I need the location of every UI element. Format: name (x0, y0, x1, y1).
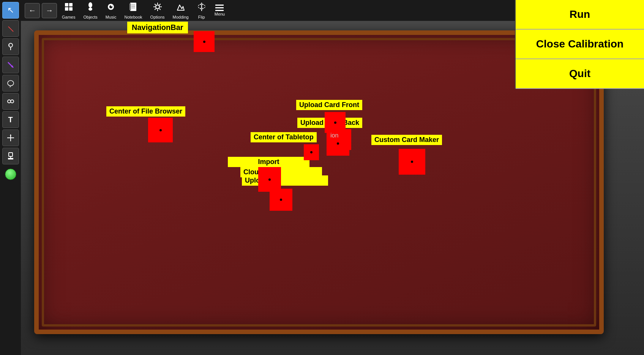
text-tool[interactable]: T (2, 111, 19, 128)
svg-point-6 (11, 100, 14, 103)
nav-games-label: Games (62, 15, 75, 19)
red-square-navbar[interactable] (194, 31, 215, 52)
games-icon (64, 2, 74, 14)
calibration-panel: Run Close Calibration Quit (515, 0, 644, 89)
flip-icon (197, 2, 207, 14)
nav-games[interactable]: Games (59, 0, 78, 21)
svg-point-5 (8, 100, 11, 103)
nav-objects[interactable]: Objects (80, 0, 100, 21)
pin-tool[interactable] (2, 38, 19, 55)
svg-rect-16 (65, 7, 68, 11)
svg-rect-15 (69, 3, 73, 6)
center-file-browser-label[interactable]: Center of File Browser (106, 106, 185, 117)
run-button[interactable]: Run (516, 0, 644, 30)
green-dot-indicator (5, 169, 16, 180)
red-square-custom-card[interactable] (399, 149, 425, 175)
left-toolbar: ↖ | T (0, 0, 21, 355)
chain-tool[interactable] (2, 93, 19, 110)
axis-tool[interactable] (2, 129, 19, 146)
pencil-tool[interactable]: | (2, 20, 19, 37)
nav-flip[interactable]: Flip (194, 0, 210, 21)
svg-rect-11 (9, 153, 13, 156)
nav-music-label: Music (106, 15, 117, 19)
svg-point-2 (8, 44, 10, 46)
green-circle-tool[interactable] (2, 166, 19, 183)
close-calibration-button[interactable]: Close Calibration (516, 30, 644, 59)
music-icon (106, 2, 116, 14)
options-icon (153, 2, 163, 14)
upload-card-front-label[interactable]: Upload Card Front (296, 100, 362, 110)
menu-icon (215, 5, 224, 11)
svg-point-22 (111, 5, 112, 6)
forward-button[interactable]: → (42, 3, 57, 18)
quit-button[interactable]: Quit (516, 59, 644, 89)
lasso-tool[interactable] (2, 75, 19, 92)
svg-rect-17 (69, 7, 73, 11)
stamp-tool[interactable] (2, 148, 19, 164)
modding-icon (176, 2, 186, 14)
svg-point-28 (156, 5, 159, 9)
nav-modding[interactable]: Modding (170, 0, 192, 21)
cursor-tool[interactable]: ↖ (2, 2, 19, 19)
red-square-file-browser[interactable] (148, 118, 173, 142)
tabletop-extra-text: ion (330, 132, 338, 139)
objects-icon (85, 2, 95, 14)
nav-notebook[interactable]: Notebook (122, 0, 145, 21)
back-button[interactable]: ← (25, 3, 40, 18)
nav-notebook-label: Notebook (125, 15, 142, 19)
custom-card-maker-label[interactable]: Custom Card Maker (371, 135, 442, 145)
navbar-calibration-label[interactable]: NavigationBar (127, 22, 188, 33)
nav-options-label: Options (150, 15, 165, 19)
nav-objects-label: Objects (83, 15, 97, 19)
svg-marker-10 (10, 134, 11, 136)
red-square-cloud[interactable] (258, 167, 281, 192)
nav-flip-label: Flip (198, 15, 205, 19)
red-square-import[interactable] (304, 144, 319, 160)
svg-rect-12 (8, 158, 13, 159)
svg-point-18 (88, 2, 92, 8)
red-square-upload[interactable] (270, 189, 292, 211)
nav-modding-label: Modding (173, 15, 189, 19)
svg-point-19 (88, 8, 92, 11)
nav-options[interactable]: Options (147, 0, 168, 21)
dot-navbar (203, 41, 205, 43)
svg-rect-14 (65, 3, 68, 6)
upload-label[interactable]: Upload (242, 175, 328, 186)
arrow-tool[interactable] (2, 57, 19, 73)
import-label[interactable]: Import (228, 157, 309, 167)
svg-rect-23 (130, 3, 136, 11)
center-tabletop-label[interactable]: Center of Tabletop (251, 132, 317, 142)
nav-menu[interactable]: Menu (212, 3, 228, 18)
notebook-icon (128, 2, 138, 14)
svg-rect-24 (129, 3, 131, 10)
nav-music[interactable]: Music (103, 0, 120, 21)
nav-menu-label: Menu (215, 12, 225, 16)
